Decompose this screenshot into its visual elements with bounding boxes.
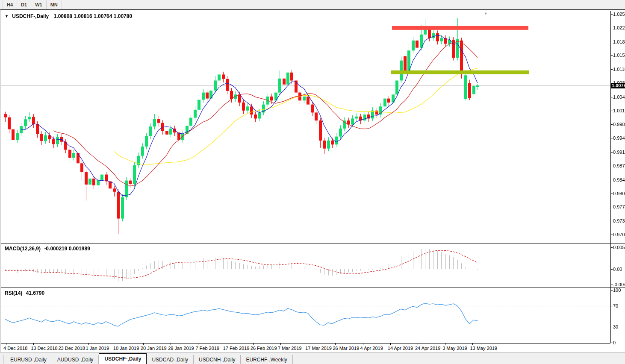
chart-tab-usdchf[interactable]: USDCHF-,Daily [99, 353, 147, 364]
date-axis-label: 3 May 2019 [442, 346, 467, 351]
chart-title: ▼ USDCHF-,Daily 1.00808 1.00816 1.00764 … [5, 13, 132, 19]
date-axis-label: 23 Dec 2018 [58, 346, 85, 351]
date-axis[interactable]: 4 Dec 201813 Dec 201823 Dec 20181 Jan 20… [1, 343, 610, 353]
price-axis-label: 0.99800 [613, 122, 625, 127]
chart-tab-eurusd[interactable]: EURUSD-,Daily [5, 355, 52, 364]
date-tick [363, 343, 363, 345]
price-axis-label: 0.99110 [613, 150, 625, 155]
date-tick [143, 343, 144, 345]
timeframe-button-h4[interactable]: H4 [3, 0, 17, 9]
date-axis-label: 4 Dec 2018 [3, 346, 27, 351]
macd-axis-label: 0.00597 [613, 245, 625, 250]
price-axis-label: 0.97740 [613, 204, 625, 209]
chart-tab-usdcad[interactable]: USDCAD-,Daily [147, 355, 194, 364]
current-price-tag: 1.00780 [611, 83, 625, 88]
price-axis-label: 0.97050 [613, 232, 625, 237]
price-axis-label: 1.00490 [613, 94, 625, 100]
rsi-value: 41.6790 [26, 290, 44, 296]
date-axis-label: 4 Apr 2019 [360, 346, 383, 351]
macd-axis-label: -0.00424 [613, 282, 625, 287]
date-axis-label: 26 Mar 2019 [333, 346, 359, 351]
price-axis-label: 0.99460 [613, 135, 625, 141]
timeframe-button-d1[interactable]: D1 [17, 0, 31, 9]
date-axis-label: 17 Mar 2019 [305, 346, 332, 351]
date-tick [472, 343, 473, 345]
chart-tab-eurchf[interactable]: EURCHF-,Weekly [241, 355, 292, 364]
timeframe-button-mn[interactable]: MN [47, 0, 62, 9]
macd-canvas[interactable] [1, 244, 610, 286]
date-axis-label: 14 Apr 2019 [388, 346, 413, 351]
expand-arrow-icon[interactable]: ▼ [5, 14, 9, 18]
rsi-axis-label: 100 [613, 288, 625, 293]
main-chart-canvas[interactable] [1, 11, 610, 243]
rsi-axis-label: 0 [613, 340, 625, 345]
date-axis-label: 17 Feb 2019 [223, 346, 250, 351]
chart-tab-bar: EURUSD-,DailyAUDUSD-,DailyUSDCHF-,DailyU… [0, 352, 625, 364]
chart-tab-usdcnh[interactable]: USDCNH-,Daily [194, 355, 241, 364]
rsi-axis-label: 70 [613, 303, 625, 308]
chart-symbol-label: USDCHF-,Daily [12, 13, 49, 19]
rsi-canvas[interactable] [1, 288, 610, 343]
price-axis-label: 1.01530 [613, 53, 625, 58]
date-axis-label: 29 Jan 2019 [168, 346, 194, 351]
date-axis-label: 10 Jan 2019 [113, 346, 139, 351]
chart-shift-marker-icon: ▼ [484, 12, 488, 16]
date-axis-label: 7 Mar 2019 [278, 346, 302, 351]
date-tick [390, 343, 391, 345]
date-tick [61, 343, 61, 345]
price-axis-label: 1.01870 [613, 39, 625, 44]
price-axis-label: 1.02220 [613, 25, 625, 30]
price-axis-label: 1.01180 [613, 67, 625, 72]
chart-window: ▼ USDCHF-,Daily 1.00808 1.00816 1.00764 … [0, 9, 625, 352]
price-axis-label: 0.98080 [613, 191, 625, 196]
date-axis-label: 26 Feb 2019 [251, 346, 277, 351]
date-axis-label: 1 Jan 2019 [86, 346, 109, 351]
macd-indicator-label: MACD(12,26,9) -0.000219 0.001989 [5, 246, 90, 252]
date-tick [280, 343, 281, 345]
date-tick [418, 343, 418, 345]
price-axis-label: 0.98420 [613, 177, 625, 182]
rsi-indicator-label: RSI(14) 41.6790 [5, 290, 44, 296]
date-tick [226, 343, 226, 345]
date-axis-label: 24 Apr 2019 [415, 346, 440, 351]
date-axis-label: 13 May 2019 [470, 346, 497, 351]
price-axis-label: 0.98770 [613, 163, 625, 168]
macd-axis-label: 0.00 [613, 267, 625, 272]
timeframe-button-w1[interactable]: W1 [31, 0, 47, 9]
date-axis-label: 20 Jan 2019 [141, 346, 167, 351]
date-tick [116, 343, 116, 345]
macd-values: -0.000219 0.001989 [44, 246, 90, 252]
date-axis-label: 7 Feb 2019 [195, 346, 219, 351]
price-axis-label: 1.02560 [613, 12, 625, 17]
date-tick [445, 343, 445, 345]
date-axis-label: 13 Dec 2018 [31, 346, 57, 351]
date-tick [33, 343, 34, 345]
date-tick [198, 343, 198, 345]
rsi-axis-label: 30 [613, 324, 625, 329]
chart-ohlc-values: 1.00808 1.00816 1.00764 1.00780 [54, 13, 133, 19]
date-tick [253, 343, 254, 345]
timeframe-toolbar: H4D1W1MN [0, 0, 625, 10]
date-tick [171, 343, 171, 345]
date-tick [6, 343, 6, 345]
chart-tab-audusd[interactable]: AUDUSD-,Daily [52, 355, 99, 364]
price-axis-label: 0.97390 [613, 218, 625, 223]
price-axis-line [610, 11, 611, 343]
date-tick [335, 343, 336, 345]
price-axis-label: 1.00150 [613, 108, 625, 113]
date-tick [308, 343, 308, 345]
date-tick [88, 343, 89, 345]
